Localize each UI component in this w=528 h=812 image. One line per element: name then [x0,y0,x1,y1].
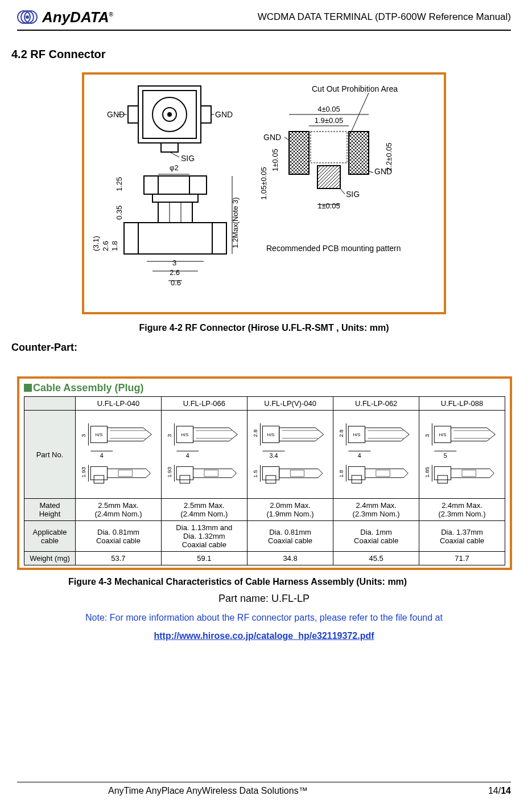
svg-text:1.05±0.05: 1.05±0.05 [259,167,268,200]
svg-text:1.8: 1.8 [110,241,119,251]
svg-rect-48 [289,132,309,174]
svg-rect-20 [144,176,207,194]
svg-text:H/S: H/S [95,432,102,437]
svg-text:H/S: H/S [267,432,274,437]
table-cell: Dia. 1mmCoaxial cable [333,521,419,552]
document-title: WCDMA DATA TERMINAL (DTP-600W Reference … [258,11,511,23]
table-cell: 2.5mm Max.(2.4mm Nom.) [76,499,162,521]
plug-drawing-cell: 3 H/S 4 1.93 [161,411,247,499]
table-cell: 34.8 [247,552,333,565]
page-number: 14/14 [488,786,511,796]
svg-text:4: 4 [100,452,104,458]
table-row-partno: Part No. 3 H/S 4 1.93 3 [24,411,505,499]
svg-rect-126 [434,466,451,479]
svg-text:(3.1): (3.1) [92,236,100,251]
counter-part-label: Counter-Part: [11,342,511,354]
svg-text:0.6: 0.6 [171,278,181,287]
figure-4-2-diagram: GND GND SIG φ2 1.25 0.35 3 [82,72,446,314]
svg-rect-9 [128,106,138,123]
reference-link[interactable]: http://www.hirose.co.jp/cataloge_hp/e321… [17,631,511,641]
svg-rect-51 [311,132,347,163]
svg-rect-114 [352,475,361,483]
figure-4-3-diagram: Cable Assembly (Plug) U.FL-LP-040 U.FL-L… [17,376,512,570]
logo-text: AnyDATA® [42,9,113,26]
table-row-cable: Applicable cable Dia. 0.81mmCoaxial cabl… [24,521,505,552]
svg-text:H/S: H/S [181,432,188,437]
svg-line-17 [170,152,179,157]
svg-text:2.2±0.05: 2.2±0.05 [385,142,393,171]
part-name-line: Part name: U.FL-LP [17,593,511,605]
svg-rect-21 [158,176,189,194]
col-name: U.FL-LP-062 [333,397,419,411]
table-cell: Dia. 1.37mmCoaxial cable [419,521,505,552]
footer-tagline: AnyTime AnyPlace AnyWireless Data Soluti… [108,786,308,796]
svg-rect-23 [124,223,226,254]
page-header: AnyDATA® WCDMA DATA TERMINAL (DTP-600W R… [17,6,511,31]
col-name: U.FL-LP-088 [419,397,505,411]
table-cell: 2.4mm Max.(2.3mm Nom.) [333,499,419,521]
svg-point-8 [167,112,172,117]
svg-text:0.35: 0.35 [115,206,123,220]
corner-cell [24,397,76,411]
logo-icon [17,6,40,28]
svg-rect-101 [266,475,276,483]
svg-rect-88 [180,475,190,483]
svg-text:Cut Out Prohibition Area: Cut Out Prohibition Area [312,84,398,93]
svg-rect-128 [462,470,476,477]
svg-text:1.93: 1.93 [80,466,86,477]
svg-text:4: 4 [358,452,361,458]
svg-rect-87 [176,466,193,479]
table-cell: 2.0mm Max.(1.9mm Nom.) [247,499,333,521]
figure-4-3-caption: Figure 4-3 Mechanical Characteristics of… [68,577,511,587]
svg-text:3: 3 [172,259,176,267]
table-row-weight: Weight (mg) 53.7 59.1 34.8 45.5 71.7 [24,552,505,565]
svg-text:1.85: 1.85 [424,466,430,477]
table-cell: 71.7 [419,552,505,565]
plug-drawing-cell: 2.8 H/S 3.4 1.5 [247,411,333,499]
svg-text:2.6: 2.6 [101,241,110,251]
svg-line-53 [284,137,289,140]
svg-rect-10 [201,106,211,123]
table-cell: Dia. 0.81mmCoaxial cable [76,521,162,552]
svg-rect-113 [349,466,365,479]
row-header: Weight (mg) [24,552,76,565]
table-cell: 2.4mm Max.(2.3mm Nom.) [419,499,505,521]
svg-text:1.5: 1.5 [251,469,258,477]
svg-text:3: 3 [166,434,172,437]
svg-text:1.93: 1.93 [166,466,172,477]
svg-rect-89 [204,470,218,477]
svg-rect-100 [262,466,279,479]
svg-text:1.9±0.05: 1.9±0.05 [315,116,344,125]
svg-line-55 [369,171,373,173]
svg-rect-76 [118,470,132,477]
svg-text:2.6: 2.6 [170,268,180,277]
square-bullet-icon [24,384,32,392]
svg-text:3.4: 3.4 [269,452,278,458]
svg-text:4±0.05: 4±0.05 [317,105,340,113]
svg-text:5: 5 [444,452,447,458]
plug-drawing-cell: 3 H/S 5 1.85 [419,411,505,499]
figure-4-2-caption: Figure 4-2 RF Connector (Hirose U.FL-R-S… [17,323,511,333]
svg-line-43 [349,93,369,137]
svg-text:3: 3 [424,434,430,437]
cable-assembly-title: Cable Assembly (Plug) [24,382,505,394]
svg-point-3 [26,15,29,19]
table-cell: Dia. 1.13mm andDia. 1.32mmCoaxial cable [161,521,247,552]
svg-text:2.8: 2.8 [338,429,344,437]
svg-text:1±0.05: 1±0.05 [271,149,279,171]
note-line: Note: For more information about the RF … [17,613,511,623]
svg-text:H/S: H/S [353,432,361,437]
table-row-mated: Mated Height 2.5mm Max.(2.4mm Nom.) 2.5m… [24,499,505,521]
svg-text:1.8: 1.8 [338,470,344,478]
cable-assembly-table: U.FL-LP-040 U.FL-LP-066 U.FL-LP(V)-040 U… [24,396,505,565]
svg-rect-127 [438,475,448,483]
table-cell: 45.5 [333,552,419,565]
svg-rect-22 [152,194,198,202]
svg-rect-115 [376,470,390,477]
svg-rect-74 [90,466,107,479]
svg-text:SIG: SIG [181,154,195,163]
page-footer: AnyTime AnyPlace AnyWireless Data Soluti… [17,782,511,796]
row-header: Applicable cable [24,521,76,552]
svg-text:φ2: φ2 [170,163,179,172]
row-header: Part No. [24,411,76,499]
